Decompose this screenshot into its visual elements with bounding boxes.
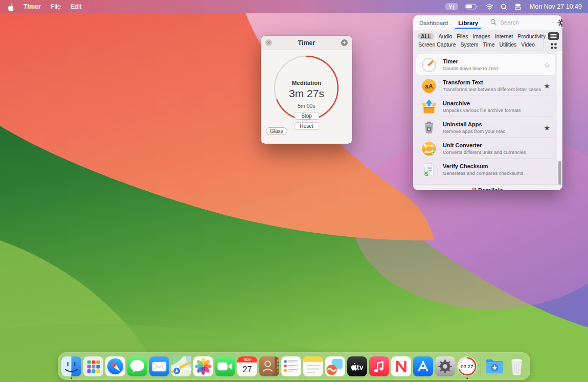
dock-freeform-icon[interactable] [324,354,346,378]
category-screen-capture[interactable]: Screen Capture [418,41,456,48]
star-filled-icon[interactable]: ★ [544,124,551,131]
add-timer-icon[interactable]: + [341,39,348,46]
gear-icon[interactable] [557,18,562,27]
dock-app-store-icon[interactable] [412,354,434,378]
desktop: Timer File Edit Y| Mon Nov 27 10:49 × Ti… [0,0,588,382]
dock-finder-icon[interactable] [60,354,82,378]
running-indicator [71,377,73,379]
category-audio[interactable]: Audio [438,33,452,39]
tool-row-verify-checksum[interactable]: Verify ChecksumGenerates and compares ch… [416,159,555,180]
dock-maps-icon[interactable] [170,354,192,378]
dock-safari-icon[interactable] [104,354,126,378]
dock-tv-icon[interactable]: tv [346,354,368,378]
category-internet[interactable]: Internet [495,33,513,39]
tool-unit-converter-icon [420,140,438,158]
tool-title: Transform Text [443,79,541,85]
dock-trash-icon[interactable] [506,354,528,378]
search-input[interactable] [499,19,557,26]
dock-timer-icon[interactable]: 03:27 [456,354,478,378]
timer-total-duration: 5m 00s [261,103,352,109]
scrollbar-thumb[interactable] [558,161,561,185]
dock-facetime-icon[interactable] [214,354,236,378]
tool-unarchive-icon [420,98,438,116]
dock-photos-icon[interactable] [192,354,214,378]
tool-row-timer[interactable]: TimerCounts down time to zero☆ [416,54,555,75]
tool-title: Uninstall Apps [443,121,505,127]
category-system[interactable]: System [461,41,479,48]
tab-library[interactable]: Library [458,16,478,29]
battery-icon[interactable] [465,4,478,10]
dock-notes-icon[interactable] [302,354,324,378]
category-utilities[interactable]: Utilities [500,41,517,48]
timer-window-body: Meditation 3m 27s 5m 00s Stop Reset Glas… [261,50,352,144]
dock-downloads-icon[interactable] [484,354,506,378]
timer-window-titlebar[interactable]: × Timer + [261,36,352,50]
reset-button[interactable]: Reset [295,122,319,130]
tool-row-transform-text[interactable]: aATransform TextTransforms text between … [416,75,555,96]
svg-text:NOV: NOV [244,357,252,361]
dock-messages-icon[interactable] [126,354,148,378]
dock: NOV27tv03:27 [58,352,530,380]
toolbox-header: DashboardLibrary [413,15,562,30]
dock-mail-icon[interactable] [148,354,170,378]
tool-description: Generates and compares checksums [443,170,523,176]
stop-button[interactable]: Stop [295,112,319,120]
tool-description: Converts different units and currencies [443,149,526,155]
star-filled-icon[interactable]: ★ [544,82,551,89]
tools-list: TimerCounts down time to zero☆aATransfor… [413,51,562,184]
menu-app-name[interactable]: Timer [24,3,41,10]
search-icon [490,18,496,27]
dock-divider [481,356,481,376]
menu-edit[interactable]: Edit [71,3,82,10]
tool-row-unarchive[interactable]: UnarchiveUnpacks various file archive fo… [416,96,555,117]
tool-description: Counts down time to zero [443,65,498,71]
running-indicator [466,377,468,379]
parallels-desktop-menu-icon[interactable] [514,3,522,10]
menu-clock[interactable]: Mon Nov 27 10:49 [530,3,582,10]
parallels-toolbox-menu-icon[interactable]: Y| [445,3,458,10]
timer-remaining-time: 3m 27s [261,87,352,100]
category-video[interactable]: Video [521,41,535,48]
category-images[interactable]: Images [472,33,490,39]
close-icon[interactable]: × [265,39,272,46]
tool-verify-checksum-icon [420,161,438,178]
list-view-icon[interactable] [548,32,559,42]
tool-title: Unit Converter [443,142,526,148]
glass-style-button[interactable]: Glass [266,127,287,135]
spotlight-search-icon[interactable] [501,4,507,10]
tool-row-unit-converter[interactable]: Unit ConverterConverts different units a… [416,138,555,159]
dock-launchpad-icon[interactable] [82,354,104,378]
tool-row-uninstall-apps[interactable]: Uninstall AppsRemove apps from your Mac★ [416,117,555,138]
dock-calendar-icon[interactable]: NOV27 [236,354,258,378]
category-all[interactable]: ALL [418,33,434,39]
timer-window-title: Timer [261,39,352,47]
tool-description: Remove apps from your Mac [443,128,505,134]
category-files[interactable]: Files [457,33,468,39]
toolbox-footer: Parallels [413,184,562,190]
parallels-logo-text: Parallels [478,187,503,191]
tool-description: Unpacks various file archive formats [443,107,521,113]
timer-preset-name: Meditation [261,80,352,86]
wifi-icon[interactable] [485,4,493,10]
category-productivity[interactable]: Productivity [518,33,546,39]
search-field[interactable] [490,18,557,27]
dock-news-icon[interactable] [390,354,412,378]
tool-description: Transforms text between different letter… [443,86,541,92]
svg-text:tv: tv [357,363,364,371]
menu-file[interactable]: File [51,3,61,10]
tab-dashboard[interactable]: Dashboard [419,16,448,29]
dock-reminders-icon[interactable] [280,354,302,378]
grid-view-icon[interactable] [551,42,557,51]
dock-music-icon[interactable] [368,354,390,378]
tool-title: Unarchive [443,100,521,106]
dock-contacts-icon[interactable] [258,354,280,378]
view-mode-toggle [544,32,559,49]
star-outline-icon[interactable]: ☆ [544,61,551,69]
parallels-toolbox-panel: DashboardLibrary ALLAudioFilesImagesInte… [413,15,562,190]
svg-text:03:27: 03:27 [461,364,473,369]
category-time[interactable]: Time [483,41,495,48]
tool-timer-icon [420,56,438,74]
apple-menu-icon[interactable] [7,3,14,11]
dock-system-settings-icon[interactable] [434,354,456,378]
tool-title: Verify Checksum [443,163,523,169]
